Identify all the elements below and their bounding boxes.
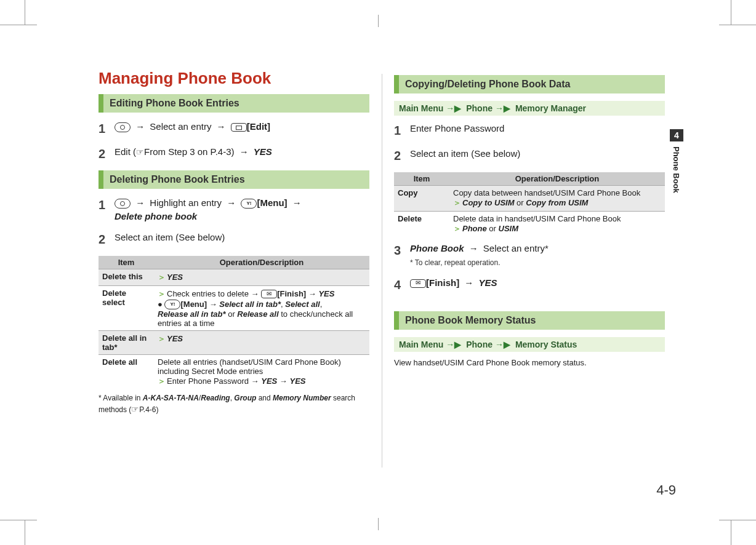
cropmark [0, 520, 37, 520]
pointer-icon [131, 404, 139, 416]
text: Select an entry [150, 121, 211, 132]
section-editing: Editing Phone Book Entries [99, 94, 369, 113]
edit-step-1: 1 Select an entry [Edit] [99, 120, 369, 138]
yes-label: YES [318, 289, 334, 298]
status-text: View handset/USIM Card Phone Book memory… [394, 358, 665, 367]
arrow-icon [239, 146, 249, 157]
step-number: 2 [394, 147, 410, 165]
text: P.4-6) [139, 405, 158, 414]
arrow-icon [251, 376, 259, 386]
cropmark [378, 15, 379, 27]
th-op: Operation/Description [449, 172, 665, 186]
step-body: Select an item (See below) [115, 231, 225, 249]
crumb: Main Menu [399, 103, 443, 113]
chapter-number: 4 [670, 129, 683, 141]
cropmark [378, 518, 379, 530]
opt: Group [234, 394, 256, 402]
step-body: Select an entry [Edit] [115, 120, 270, 138]
delete-step-1: 1 Highlight an entry [Menu] Delete phone… [99, 196, 369, 223]
cell-item: Delete all in tab* [99, 331, 154, 355]
text: Copy data between handset/USIM Card Phon… [453, 188, 640, 197]
cell-op: ＞Check entries to delete [Finish] YES ● … [154, 285, 369, 331]
opt: USIM [499, 224, 519, 233]
breadcrumb-memory-manager: Main Menu▶ Phone▶ Memory Manager [394, 101, 665, 116]
table-row: Delete all Delete all entries (handset/U… [99, 355, 369, 390]
triangle-icon: ▶ [446, 103, 461, 113]
table-row: Copy Copy data between handset/USIM Card… [394, 186, 665, 212]
cropmark [25, 0, 25, 25]
text: or [515, 198, 526, 207]
menu-label: [Menu] [180, 300, 207, 309]
table-row: Delete Delete data in handset/USIM Card … [394, 212, 665, 237]
content: Managing Phone Book Editing Phone Book E… [99, 69, 665, 415]
text: Select an entry* [483, 243, 549, 253]
finish-label: [Finish] [277, 289, 306, 298]
text: From Step 3 on P.4-3) [144, 146, 234, 157]
multi-selector-icon [115, 199, 131, 209]
copy-step-4: 4 [Finish] YES [394, 276, 665, 294]
page: Managing Phone Book Editing Phone Book E… [0, 0, 756, 545]
crumb: Phone [466, 340, 493, 349]
opt: A-KA-SA-TA-NA [143, 394, 199, 402]
section-copy-delete: Copying/Deleting Phone Book Data [394, 75, 665, 93]
step-body: Highlight an entry [Menu] Delete phone b… [115, 196, 304, 223]
tv-key-icon [231, 123, 247, 132]
crumb: Memory Manager [515, 103, 586, 113]
step-number: 1 [99, 196, 115, 223]
cropmark [731, 0, 731, 25]
cell-op: Delete data in handset/USIM Card Phone B… [449, 212, 665, 237]
table-header-row: Item Operation/Description [394, 172, 665, 186]
arrow-icon [135, 121, 145, 132]
th-op: Operation/Description [154, 256, 369, 269]
edit-label: [Edit] [247, 121, 270, 132]
table-row: Delete all in tab* ＞YES [99, 331, 369, 355]
triangle-icon: ▶ [446, 340, 461, 349]
yes-label: YES [167, 272, 183, 282]
chapter-label: Phone Book [670, 141, 683, 198]
arrow-icon [209, 300, 217, 309]
arrow-icon [308, 289, 316, 298]
cell-op: ＞YES [154, 269, 369, 285]
opt: Copy from USIM [526, 198, 588, 207]
step-body: Edit (From Step 3 on P.4-3) YES [115, 145, 272, 163]
y-key-icon [241, 199, 257, 209]
yes-label: YES [289, 376, 305, 386]
text: * Available in [99, 394, 143, 402]
triangle-icon: ▶ [495, 103, 510, 113]
arrow-icon [227, 197, 236, 208]
chevron-icon: ＞ [158, 288, 166, 300]
copy-step-3: 3 Phone Book Select an entry* * To clear… [394, 242, 665, 269]
step-number: 2 [99, 231, 115, 249]
page-title: Managing Phone Book [99, 69, 369, 88]
opt: Phone [462, 224, 487, 233]
pointer-icon [136, 145, 144, 159]
right-column: Copying/Deleting Phone Book Data Main Me… [394, 69, 665, 415]
yes-label: YES [479, 277, 497, 288]
step-number: 2 [99, 145, 115, 163]
opt: Release all [237, 309, 278, 319]
delete-options-table: Item Operation/Description Delete this ＞… [99, 256, 369, 390]
footnote: * Available in A-KA-SA-TA-NA/Reading, Gr… [99, 393, 369, 415]
step-number: 3 [394, 242, 410, 269]
delete-step-2: 2 Select an item (See below) [99, 231, 369, 249]
chevron-icon: ＞ [158, 272, 166, 283]
step-number: 4 [394, 276, 410, 294]
step-body: Phone Book Select an entry* * To clear, … [410, 242, 549, 269]
cropmark [731, 520, 731, 545]
crumb: Main Menu [399, 340, 443, 349]
cropmark [719, 520, 756, 520]
section-deleting: Deleting Phone Book Entries [99, 170, 369, 189]
chevron-icon: ＞ [158, 333, 166, 344]
arrow-icon [251, 289, 259, 298]
step-number: 1 [394, 122, 410, 140]
note: * To clear, repeat operation. [410, 258, 501, 267]
chevron-icon: ＞ [453, 223, 461, 234]
copy-step-2: 2 Select an item (See below) [394, 147, 665, 165]
opt: Reading [201, 394, 230, 402]
table-row: Delete select ＞Check entries to delete [… [99, 285, 369, 331]
menu-label: [Menu] [257, 197, 287, 208]
th-item: Item [394, 172, 449, 186]
opt: Select all [285, 300, 320, 309]
step-body: Enter Phone Password [410, 122, 504, 140]
multi-selector-icon [115, 122, 131, 132]
